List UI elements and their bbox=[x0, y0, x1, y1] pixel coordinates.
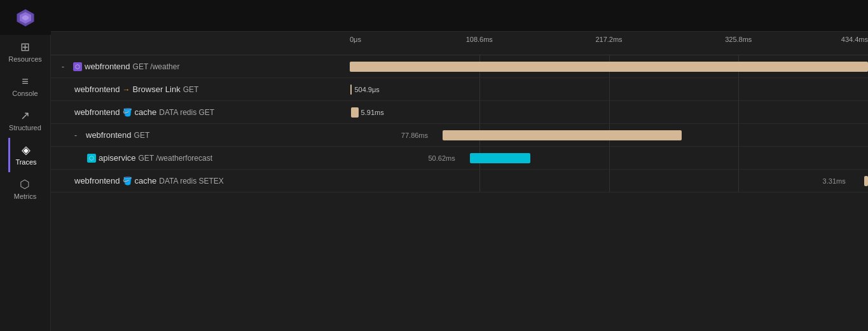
logo-icon bbox=[16, 8, 35, 27]
page-header bbox=[51, 0, 868, 32]
row-timeline-2: 5.91ms bbox=[350, 101, 868, 123]
row-name-2: webfrontend 🪣 cache DATA redis GET bbox=[51, 107, 350, 117]
sidebar: ⊞ Resources ≡ Console ↗ Structured ◈ Tra… bbox=[0, 0, 51, 331]
timeline-column-header: 0μs108.6ms217.2ms325.8ms434.4ms bbox=[350, 36, 868, 51]
resources-stat bbox=[81, 15, 84, 25]
sidebar-label-traces: Traces bbox=[15, 158, 36, 166]
trace-row-0[interactable]: -⬡webfrontend GET /weather bbox=[51, 55, 868, 78]
duration-stat bbox=[64, 15, 66, 25]
svc-name-2: webfrontend bbox=[74, 107, 120, 117]
row-timeline-5: 3.31ms bbox=[350, 170, 868, 192]
app-logo bbox=[0, 0, 51, 35]
op-tag-0: GET /weather bbox=[133, 62, 180, 71]
svc-name-3: webfrontend bbox=[86, 130, 132, 140]
arrow-icon-1: → bbox=[123, 85, 130, 94]
trace-row-4[interactable]: ⬡apiservice GET /weatherforecast50.62ms bbox=[51, 147, 868, 170]
grid-line-50 bbox=[609, 78, 610, 100]
timeline-marker-4: 434.4ms bbox=[841, 36, 868, 43]
bar-label-right-3: 77.86ms bbox=[401, 132, 428, 139]
span-bar-0 bbox=[350, 62, 868, 72]
resources-icon: ⊞ bbox=[20, 41, 30, 53]
timeline-header: 0μs108.6ms217.2ms325.8ms434.4ms bbox=[350, 36, 868, 51]
db-icon-5: 🪣 bbox=[123, 177, 132, 186]
trace-row-3[interactable]: -webfrontend GET77.86ms bbox=[51, 124, 868, 147]
row-name-5: webfrontend 🪣 cache DATA redis SETEX bbox=[51, 176, 350, 186]
svc-name-5: webfrontend bbox=[74, 176, 120, 186]
grid-line-75 bbox=[738, 170, 739, 192]
header-meta bbox=[64, 15, 855, 25]
timeline-marker-3: 325.8ms bbox=[725, 36, 752, 43]
timeline-marker-1: 108.6ms bbox=[466, 36, 493, 43]
sidebar-item-structured[interactable]: ↗ Structured bbox=[8, 104, 42, 138]
expand-btn-3[interactable]: - bbox=[74, 131, 83, 140]
main-content: 0μs108.6ms217.2ms325.8ms434.4ms -⬡webfro… bbox=[51, 0, 868, 331]
span-bar-1 bbox=[350, 84, 352, 95]
grid-line-75 bbox=[738, 147, 739, 169]
sidebar-item-metrics[interactable]: ⬡ Metrics bbox=[8, 172, 42, 206]
metrics-icon: ⬡ bbox=[20, 179, 30, 190]
console-icon: ≡ bbox=[22, 76, 29, 87]
trace-row-1[interactable]: webfrontend → Browser Link GET504.9μs bbox=[51, 78, 868, 101]
expand-btn-0[interactable]: - bbox=[62, 62, 71, 71]
op-tag-4: GET /weatherforecast bbox=[139, 154, 213, 163]
total-spans-stat bbox=[116, 15, 119, 25]
op-tag-5: DATA redis SETEX bbox=[159, 177, 224, 186]
row-name-0: -⬡webfrontend GET /weather bbox=[51, 62, 350, 71]
row-timeline-1: 504.9μs bbox=[350, 78, 868, 100]
trace-row-5[interactable]: webfrontend 🪣 cache DATA redis SETEX3.31… bbox=[51, 170, 868, 193]
trace-table: 0μs108.6ms217.2ms325.8ms434.4ms -⬡webfro… bbox=[51, 32, 868, 331]
svc2-name-1: Browser Link bbox=[133, 84, 181, 94]
trace-rows: -⬡webfrontend GET /weatherwebfrontend → … bbox=[51, 55, 868, 193]
svc2-name-2: cache bbox=[135, 107, 157, 117]
sidebar-label-metrics: Metrics bbox=[14, 193, 36, 200]
span-bar-4 bbox=[470, 153, 530, 163]
row-name-1: webfrontend → Browser Link GET bbox=[51, 84, 350, 94]
sidebar-item-traces[interactable]: ◈ Traces bbox=[8, 138, 42, 172]
grid-line-75 bbox=[738, 124, 739, 146]
trace-column-headers: 0μs108.6ms217.2ms325.8ms434.4ms bbox=[51, 32, 868, 55]
row-name-3: -webfrontend GET bbox=[51, 130, 350, 140]
op-tag-1: GET bbox=[183, 85, 199, 94]
bar-label-right-4: 50.62ms bbox=[428, 154, 455, 162]
row-timeline-0 bbox=[350, 55, 868, 78]
sidebar-label-console: Console bbox=[12, 90, 38, 97]
svc-name-0: webfrontend bbox=[85, 62, 130, 71]
row-timeline-4: 50.62ms bbox=[350, 147, 868, 169]
svc-icon-4: ⬡ bbox=[87, 154, 96, 163]
sidebar-label-structured: Structured bbox=[9, 124, 41, 132]
db-icon-2: 🪣 bbox=[123, 108, 132, 117]
timeline-marker-2: 217.2ms bbox=[595, 36, 622, 43]
grid-line-50 bbox=[609, 147, 610, 169]
depth-stat bbox=[99, 15, 101, 25]
svc-name-4: apiservice bbox=[99, 153, 136, 163]
trace-row-2[interactable]: webfrontend 🪣 cache DATA redis GET5.91ms bbox=[51, 101, 868, 124]
svc-name-1: webfrontend bbox=[74, 84, 120, 94]
op-tag-2: DATA redis GET bbox=[159, 108, 214, 117]
bar-label-left-1: 504.9μs bbox=[354, 86, 379, 93]
span-bar-5 bbox=[864, 176, 868, 186]
timeline-marker-0: 0μs bbox=[350, 36, 361, 43]
span-bar-2 bbox=[351, 107, 358, 118]
grid-line-50 bbox=[609, 170, 610, 192]
row-timeline-3: 77.86ms bbox=[350, 124, 868, 146]
bar-label-left-2: 5.91ms bbox=[361, 109, 384, 116]
svc2-name-5: cache bbox=[135, 176, 157, 186]
svc-icon-0: ⬡ bbox=[73, 62, 82, 71]
grid-line-25 bbox=[479, 101, 480, 123]
span-bar-3 bbox=[443, 130, 682, 140]
sidebar-item-console[interactable]: ≡ Console bbox=[8, 69, 42, 104]
name-column-header bbox=[51, 36, 350, 51]
op-tag-3: GET bbox=[134, 131, 150, 140]
bar-label-right-5: 3.31ms bbox=[823, 177, 846, 185]
grid-line-50 bbox=[609, 101, 610, 123]
grid-line-75 bbox=[738, 101, 739, 123]
row-name-4: ⬡apiservice GET /weatherforecast bbox=[51, 153, 350, 163]
sidebar-label-resources: Resources bbox=[8, 55, 42, 63]
grid-line-25 bbox=[479, 170, 480, 192]
sidebar-item-resources[interactable]: ⊞ Resources bbox=[8, 35, 42, 69]
structured-icon: ↗ bbox=[20, 110, 30, 121]
traces-icon: ◈ bbox=[22, 144, 31, 156]
grid-line-25 bbox=[479, 78, 480, 100]
grid-line-75 bbox=[738, 78, 739, 100]
